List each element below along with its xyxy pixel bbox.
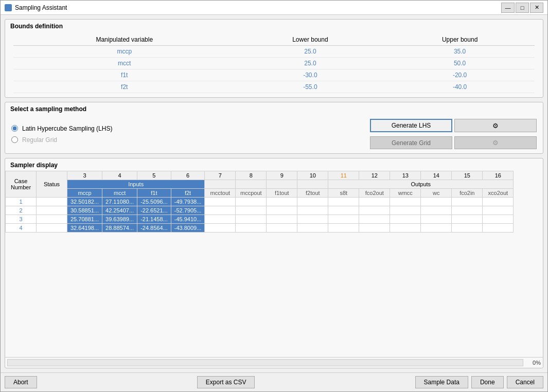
output-col-mcctout: mcctout <box>205 189 236 198</box>
f1t-cell: -25.5096​... <box>137 198 171 206</box>
case-num-cell: 4 <box>6 224 37 233</box>
lhs-radio[interactable] <box>11 125 18 132</box>
grid-radio[interactable] <box>11 136 18 143</box>
col-num-14: 14 <box>421 171 452 180</box>
output-cell-5 <box>359 198 390 206</box>
export-csv-button[interactable]: Export as CSV <box>197 376 255 388</box>
status-cell <box>37 198 67 206</box>
status-cell <box>37 224 67 233</box>
bounds-row: mcct25.050.0 <box>13 58 535 69</box>
output-cell-5 <box>359 224 390 233</box>
output-col-wc: wc <box>421 189 452 198</box>
output-cell-4 <box>328 224 359 233</box>
col-num-6: 6 <box>171 171 205 180</box>
output-cell-8 <box>452 215 483 224</box>
mcct-cell: 39.6398​9... <box>102 215 137 224</box>
output-cell-1 <box>236 206 267 215</box>
sample-data-button[interactable]: Sample Data <box>415 376 468 388</box>
output-cell-0 <box>205 215 236 224</box>
output-cell-2 <box>267 224 297 233</box>
grid-radio-row: Regular Grid <box>11 136 364 144</box>
close-button[interactable]: ✕ <box>530 3 543 13</box>
output-col-f1tout: f1tout <box>267 189 297 198</box>
sampling-title: Select a sampling method <box>5 102 543 115</box>
done-button[interactable]: Done <box>471 376 504 388</box>
output-col-fco2in: fco2in <box>452 189 483 198</box>
col-header-upper: Upper bound <box>385 34 535 46</box>
bounds-row: f2t-55.0-40.0 <box>13 81 535 93</box>
maximize-button[interactable]: □ <box>516 3 529 13</box>
case-num-cell: 2 <box>6 206 37 215</box>
app-icon <box>5 4 12 11</box>
col-num-8: 8 <box>236 171 267 180</box>
output-cell-7 <box>421 224 452 233</box>
progress-bar <box>7 359 523 366</box>
grid-settings-button[interactable]: ⚙ <box>454 136 537 149</box>
input-col-mccp: mccp <box>67 189 102 198</box>
grid-label: Regular Grid <box>22 136 57 144</box>
generate-grid-button[interactable]: Generate Grid <box>370 136 452 149</box>
output-cell-4 <box>328 198 359 206</box>
sampler-table-wrap[interactable]: CaseNumber Status 345678910111213141516 … <box>5 171 543 357</box>
output-cell-6 <box>390 198 421 206</box>
title-bar: Sampling Assistant — □ ✕ <box>1 1 547 15</box>
output-cell-9 <box>483 206 514 215</box>
output-cell-0 <box>205 224 236 233</box>
col-num-16: 16 <box>483 171 514 180</box>
sampling-options: Latin Hypercube Sampling (LHS) Regular G… <box>11 125 364 144</box>
lhs-settings-button[interactable]: ⚙ <box>454 119 537 132</box>
col-num-11: 11 <box>328 171 359 180</box>
sampling-buttons: Generate LHS ⚙ Generate Grid ⚙ <box>370 119 537 149</box>
mcct-cell: 42.2540​7... <box>102 206 137 215</box>
footer: Abort Export as CSV Sample Data Done Can… <box>1 372 547 391</box>
output-col-mccpout: mccpout <box>236 189 267 198</box>
case-num-cell: 3 <box>6 215 37 224</box>
output-cell-7 <box>421 215 452 224</box>
output-cell-1 <box>236 224 267 233</box>
output-cell-8 <box>452 206 483 215</box>
f1t-cell: -24.8564​... <box>137 224 171 233</box>
output-cell-3 <box>297 215 328 224</box>
case-number-header: CaseNumber <box>6 171 37 198</box>
mccp-cell: 30.5885​1... <box>67 206 102 215</box>
mccp-cell: 32.6419​8... <box>67 224 102 233</box>
output-cell-6 <box>390 215 421 224</box>
status-header: Status <box>37 171 67 198</box>
f2t-cell: -43.8009​... <box>171 224 205 233</box>
cancel-button[interactable]: Cancel <box>507 376 543 388</box>
mccp-cell: 25.7088​1... <box>67 215 102 224</box>
f2t-cell: -49.7938​... <box>171 198 205 206</box>
progress-row: 0% <box>5 357 543 368</box>
output-cell-5 <box>359 206 390 215</box>
window-title: Sampling Assistant <box>15 4 67 11</box>
output-cell-1 <box>236 215 267 224</box>
output-cell-1 <box>236 198 267 206</box>
abort-button[interactable]: Abort <box>5 376 37 388</box>
outputs-group-header: Outputs <box>328 180 514 189</box>
minimize-button[interactable]: — <box>501 3 515 13</box>
sampling-panel: Select a sampling method Latin Hypercube… <box>5 102 543 154</box>
col-header-variable: Manipulated variable <box>13 34 236 46</box>
col-num-12: 12 <box>359 171 390 180</box>
col-num-5: 5 <box>137 171 171 180</box>
output-cell-4 <box>328 206 359 215</box>
sampler-row: 432.6419​8...28.8857​4...-24.8564​...-43… <box>6 224 514 233</box>
status-cell <box>37 206 67 215</box>
output-cell-2 <box>267 198 297 206</box>
output-cell-0 <box>205 198 236 206</box>
col-num-4: 4 <box>102 171 137 180</box>
generate-lhs-button[interactable]: Generate LHS <box>370 119 452 132</box>
lhs-radio-row: Latin Hypercube Sampling (LHS) <box>11 125 364 132</box>
input-col-mcct: mcct <box>102 189 137 198</box>
output-cell-9 <box>483 198 514 206</box>
output-col-f2tout: f2tout <box>297 189 328 198</box>
bounds-row: f1t-30.0-20.0 <box>13 69 535 81</box>
output-cell-3 <box>297 206 328 215</box>
col-num-9: 9 <box>267 171 297 180</box>
col-header-lower: Lower bound <box>236 34 385 46</box>
sampling-row: Latin Hypercube Sampling (LHS) Regular G… <box>5 115 543 153</box>
sampler-title: Sampler display <box>5 158 543 171</box>
sampler-row: 132.5018​2...27.1108​0...-25.5096​...-49… <box>6 198 514 206</box>
input-col-f2t: f2t <box>171 189 205 198</box>
sampler-table: CaseNumber Status 345678910111213141516 … <box>5 171 514 233</box>
